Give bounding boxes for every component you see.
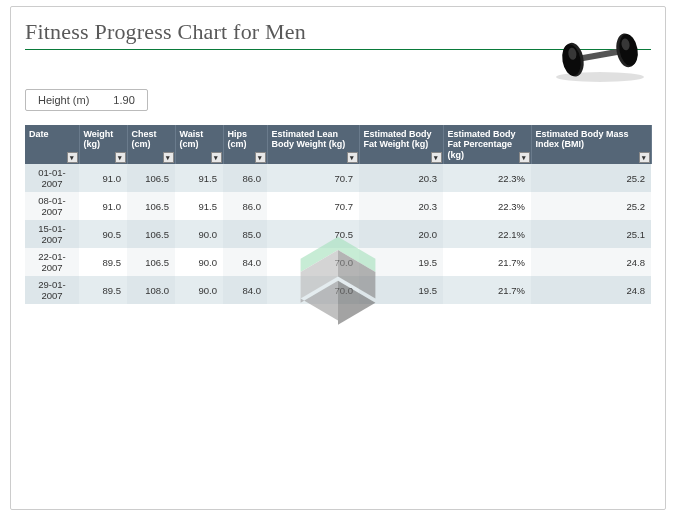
filter-dropdown-icon[interactable]: ▾ xyxy=(211,152,222,163)
column-header[interactable]: Estimated Body Fat Percentage (kg)▾ xyxy=(443,125,531,164)
cell-hips: 84.0 xyxy=(223,248,267,276)
column-header-label: Estimated Lean Body Weight (kg) xyxy=(272,129,346,149)
cell-waist: 91.5 xyxy=(175,192,223,220)
cell-fat_pct: 22.3% xyxy=(443,164,531,192)
filter-dropdown-icon[interactable]: ▾ xyxy=(347,152,358,163)
svg-rect-1 xyxy=(577,48,623,62)
cell-lean: 70.0 xyxy=(267,248,359,276)
height-value: 1.90 xyxy=(113,94,134,106)
cell-fat_pct: 21.7% xyxy=(443,276,531,304)
column-header-label: Weight (kg) xyxy=(84,129,114,149)
cell-fat_pct: 22.3% xyxy=(443,192,531,220)
filter-dropdown-icon[interactable]: ▾ xyxy=(115,152,126,163)
cell-fat_pct: 22.1% xyxy=(443,220,531,248)
filter-dropdown-icon[interactable]: ▾ xyxy=(163,152,174,163)
column-header-label: Date xyxy=(29,129,49,139)
cell-bmi: 25.2 xyxy=(531,164,651,192)
cell-hips: 86.0 xyxy=(223,192,267,220)
column-header-label: Estimated Body Mass Index (BMI) xyxy=(536,129,629,149)
cell-fat_w: 19.5 xyxy=(359,248,443,276)
cell-bmi: 25.1 xyxy=(531,220,651,248)
column-header[interactable]: Hips (cm)▾ xyxy=(223,125,267,164)
table-header-row: Date▾Weight (kg)▾Chest (cm)▾Waist (cm)▾H… xyxy=(25,125,651,164)
cell-bmi: 25.2 xyxy=(531,192,651,220)
data-table: Date▾Weight (kg)▾Chest (cm)▾Waist (cm)▾H… xyxy=(25,125,652,304)
table-row[interactable]: 29-01-200789.5108.090.084.070.019.521.7%… xyxy=(25,276,651,304)
table-row[interactable]: 01-01-200791.0106.591.586.070.720.322.3%… xyxy=(25,164,651,192)
document-frame: Fitness Progress Chart for Men Height (m… xyxy=(10,6,666,510)
table-row[interactable]: 22-01-200789.5106.590.084.070.019.521.7%… xyxy=(25,248,651,276)
column-header-label: Hips (cm) xyxy=(228,129,248,149)
cell-lean: 70.7 xyxy=(267,164,359,192)
cell-chest: 108.0 xyxy=(127,276,175,304)
column-header[interactable]: Estimated Body Fat Weight (kg)▾ xyxy=(359,125,443,164)
dumbbell-image xyxy=(545,25,655,83)
cell-chest: 106.5 xyxy=(127,220,175,248)
header: Fitness Progress Chart for Men xyxy=(25,19,651,75)
cell-fat_w: 20.0 xyxy=(359,220,443,248)
data-table-wrap: Date▾Weight (kg)▾Chest (cm)▾Waist (cm)▾H… xyxy=(25,125,651,304)
cell-chest: 106.5 xyxy=(127,192,175,220)
table-row[interactable]: 08-01-200791.0106.591.586.070.720.322.3%… xyxy=(25,192,651,220)
cell-lean: 70.7 xyxy=(267,192,359,220)
cell-hips: 85.0 xyxy=(223,220,267,248)
cell-weight: 90.5 xyxy=(79,220,127,248)
column-header[interactable]: Weight (kg)▾ xyxy=(79,125,127,164)
column-header-label: Estimated Body Fat Weight (kg) xyxy=(364,129,432,149)
filter-dropdown-icon[interactable]: ▾ xyxy=(431,152,442,163)
cell-date: 08-01-2007 xyxy=(25,192,79,220)
table-row[interactable]: 15-01-200790.5106.590.085.070.520.022.1%… xyxy=(25,220,651,248)
column-header-label: Estimated Body Fat Percentage (kg) xyxy=(448,129,516,160)
cell-fat_w: 20.3 xyxy=(359,192,443,220)
cell-fat_w: 20.3 xyxy=(359,164,443,192)
cell-lean: 70.0 xyxy=(267,276,359,304)
cell-waist: 90.0 xyxy=(175,276,223,304)
column-header[interactable]: Waist (cm)▾ xyxy=(175,125,223,164)
cell-lean: 70.5 xyxy=(267,220,359,248)
column-header-label: Waist (cm) xyxy=(180,129,204,149)
cell-chest: 106.5 xyxy=(127,164,175,192)
cell-waist: 90.0 xyxy=(175,248,223,276)
filter-dropdown-icon[interactable]: ▾ xyxy=(255,152,266,163)
cell-date: 15-01-2007 xyxy=(25,220,79,248)
cell-date: 01-01-2007 xyxy=(25,164,79,192)
cell-weight: 91.0 xyxy=(79,192,127,220)
column-header[interactable]: Estimated Lean Body Weight (kg)▾ xyxy=(267,125,359,164)
cell-weight: 91.0 xyxy=(79,164,127,192)
height-box: Height (m) 1.90 xyxy=(25,89,148,111)
cell-fat_pct: 21.7% xyxy=(443,248,531,276)
cell-waist: 90.0 xyxy=(175,220,223,248)
cell-bmi: 24.8 xyxy=(531,276,651,304)
filter-dropdown-icon[interactable]: ▾ xyxy=(67,152,78,163)
cell-weight: 89.5 xyxy=(79,248,127,276)
filter-dropdown-icon[interactable]: ▾ xyxy=(639,152,650,163)
cell-date: 22-01-2007 xyxy=(25,248,79,276)
cell-weight: 89.5 xyxy=(79,276,127,304)
filter-dropdown-icon[interactable]: ▾ xyxy=(519,152,530,163)
column-header[interactable]: Chest (cm)▾ xyxy=(127,125,175,164)
column-header[interactable]: Estimated Body Mass Index (BMI)▾ xyxy=(531,125,651,164)
cell-hips: 86.0 xyxy=(223,164,267,192)
height-label: Height (m) xyxy=(38,94,89,106)
cell-bmi: 24.8 xyxy=(531,248,651,276)
cell-waist: 91.5 xyxy=(175,164,223,192)
cell-chest: 106.5 xyxy=(127,248,175,276)
cell-date: 29-01-2007 xyxy=(25,276,79,304)
column-header[interactable]: Date▾ xyxy=(25,125,79,164)
cell-hips: 84.0 xyxy=(223,276,267,304)
cell-fat_w: 19.5 xyxy=(359,276,443,304)
column-header-label: Chest (cm) xyxy=(132,129,157,149)
